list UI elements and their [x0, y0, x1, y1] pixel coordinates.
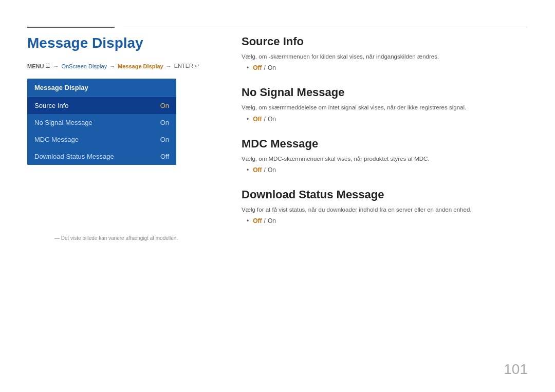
page-title: Message Display	[27, 35, 212, 51]
menu-item-download-status[interactable]: Download Status Message Off	[27, 148, 176, 165]
menu-item-no-signal-value: On	[160, 119, 169, 126]
section-source-info: Source Info Vælg, om -skærmmenuen for ki…	[242, 35, 529, 71]
menu-item-no-signal-label: No Signal Message	[34, 119, 92, 126]
section-download-desc: Vælg for at få vist status, når du downl…	[242, 206, 529, 214]
breadcrumb-enter: ENTER ↵	[174, 63, 199, 69]
breadcrumb-menu: MENU	[27, 63, 44, 69]
option-no-signal-on: On	[268, 116, 276, 123]
option-download-on: On	[268, 217, 276, 225]
breadcrumb-item-1: OnScreen Display	[61, 63, 107, 69]
breadcrumb-arrow-2: →	[109, 63, 115, 69]
page-number: 101	[504, 361, 528, 378]
option-no-signal-off: Off	[253, 116, 262, 123]
breadcrumb-item-2: Message Display	[118, 63, 163, 69]
option-download-off: Off	[253, 217, 262, 225]
option-mdc-off: Off	[253, 166, 262, 174]
section-mdc: MDC Message Vælg, om MDC-skærmmenuen ska…	[242, 137, 529, 174]
option-mdc-on: On	[268, 166, 276, 174]
section-download-options: • Off / On	[247, 217, 529, 225]
menu-item-download-value: Off	[160, 153, 169, 160]
menu-item-download-label: Download Status Message	[34, 153, 114, 160]
section-download: Download Status Message Vælg for at få v…	[242, 188, 529, 225]
right-panel: Source Info Vælg, om -skærmmenuen for ki…	[242, 35, 529, 239]
breadcrumb-arrow-3: →	[166, 63, 172, 69]
menu-item-source-info-label: Source Info	[34, 102, 69, 109]
section-mdc-title: MDC Message	[242, 137, 529, 151]
section-mdc-desc: Vælg, om MDC-skærmmenuen skal vises, når…	[242, 155, 529, 163]
section-mdc-options: • Off / On	[247, 166, 529, 174]
breadcrumb-arrow-1: →	[53, 63, 59, 69]
bullet-mdc: •	[247, 166, 249, 174]
section-source-info-desc: Vælg, om -skærmmenuen for kilden skal vi…	[242, 52, 529, 61]
bullet-download: •	[247, 217, 249, 225]
footnote: — Det viste billede kan variere afhængig…	[54, 235, 178, 241]
section-no-signal-desc: Vælg, om skærmmeddelelse om intet signal…	[242, 103, 529, 112]
section-download-title: Download Status Message	[242, 188, 529, 201]
menu-box-title: Message Display	[27, 79, 176, 97]
menu-item-no-signal-message[interactable]: No Signal Message On	[27, 114, 176, 131]
option-source-info-off: Off	[253, 64, 262, 71]
breadcrumb: MENU ☰ → OnScreen Display → Message Disp…	[27, 63, 212, 69]
menu-item-mdc-value: On	[160, 136, 169, 143]
menu-item-source-info-value: On	[160, 102, 169, 109]
section-no-signal-title: No Signal Message	[242, 86, 529, 99]
breadcrumb-menu-symbol: ☰	[45, 63, 50, 69]
option-no-signal-sep: /	[264, 116, 266, 123]
section-source-info-options: • Off / On	[247, 64, 529, 71]
option-source-info-sep: /	[264, 64, 266, 71]
section-source-info-title: Source Info	[242, 35, 529, 48]
section-no-signal: No Signal Message Vælg, om skærmmeddelel…	[242, 86, 529, 122]
section-no-signal-options: • Off / On	[247, 116, 529, 123]
top-line-left	[27, 27, 115, 28]
menu-item-source-info[interactable]: Source Info On	[27, 97, 176, 114]
option-mdc-sep: /	[264, 166, 266, 174]
bullet-source-info: •	[247, 64, 249, 71]
menu-box: Message Display Source Info On No Signal…	[27, 79, 176, 165]
top-line-right	[123, 27, 528, 27]
option-download-sep: /	[264, 217, 266, 225]
bullet-no-signal: •	[247, 116, 249, 123]
menu-item-mdc-message[interactable]: MDC Message On	[27, 131, 176, 148]
left-panel: Message Display MENU ☰ → OnScreen Displa…	[27, 35, 212, 165]
option-source-info-on: On	[268, 64, 276, 71]
menu-item-mdc-label: MDC Message	[34, 136, 79, 143]
